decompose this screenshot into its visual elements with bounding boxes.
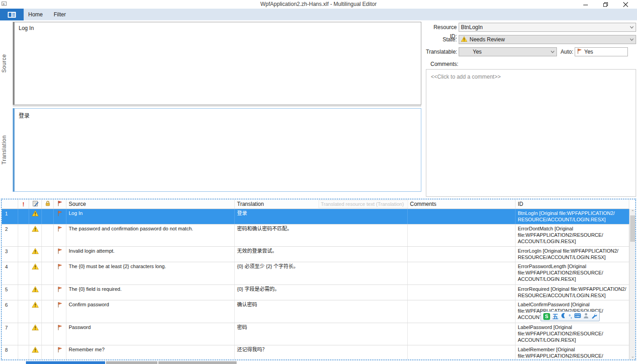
- minimize-button[interactable]: [578, 0, 593, 9]
- tab-messages[interactable]: Messages: [106, 361, 157, 364]
- warning-cell[interactable]: [29, 224, 42, 246]
- translation-textbox[interactable]: 登录: [13, 108, 421, 192]
- translatable-combobox[interactable]: Yes: [459, 47, 557, 56]
- flag-cell[interactable]: [54, 323, 66, 345]
- row-number[interactable]: 4: [2, 262, 18, 284]
- id-cell[interactable]: ErrorRequired [Original file:WPFAPPLICAT…: [516, 285, 629, 300]
- translation-cell[interactable]: 密码和确认密码不匹配。: [235, 224, 408, 246]
- translation-cell[interactable]: 无效的登录尝试。: [235, 247, 408, 262]
- table-row[interactable]: 3Invalid login attempt.无效的登录尝试。ErrorLogI…: [2, 247, 629, 262]
- error-cell[interactable]: [18, 209, 29, 224]
- keyboard-icon[interactable]: [574, 313, 581, 319]
- flag-cell[interactable]: [54, 285, 66, 300]
- ribbon-tab-filter[interactable]: Filter: [49, 9, 71, 20]
- error-cell[interactable]: [18, 285, 29, 300]
- column-header-source[interactable]: Source: [66, 199, 235, 209]
- id-cell[interactable]: LabelRemember [Original file:WPFAPPLICAT…: [516, 345, 629, 360]
- id-cell[interactable]: BtnLogIn [Original file:WPFAPPLICATION2/…: [516, 209, 629, 224]
- wubi-icon[interactable]: 五: [552, 314, 558, 319]
- lock-cell[interactable]: [42, 285, 54, 300]
- comments-cell[interactable]: [408, 323, 516, 345]
- flag-icon[interactable]: [57, 264, 62, 284]
- flag-cell[interactable]: [54, 262, 66, 284]
- auto-field[interactable]: Yes: [575, 47, 628, 56]
- ribbon-tab-home[interactable]: Home: [24, 9, 47, 20]
- resource-id-combobox[interactable]: BtnLogIn: [459, 23, 636, 32]
- warning-cell[interactable]: [29, 262, 42, 284]
- table-row[interactable]: 7Password密码LabelPassword [Original file:…: [2, 323, 629, 345]
- id-cell[interactable]: ErrorPasswordLength [Original file:WPFAP…: [516, 262, 629, 284]
- comments-cell[interactable]: [408, 262, 516, 284]
- row-number[interactable]: 6: [2, 300, 18, 323]
- comments-textbox[interactable]: <<Click to add a comment>>: [426, 69, 636, 197]
- row-number[interactable]: 7: [2, 323, 18, 345]
- comments-cell[interactable]: [408, 224, 516, 246]
- scroll-up-icon[interactable]: ⌃: [630, 209, 636, 215]
- tab-strings[interactable]: Strings: [26, 361, 105, 364]
- source-cell[interactable]: The {0} must be at least {2} characters …: [66, 262, 235, 284]
- error-cell[interactable]: [18, 224, 29, 246]
- row-number[interactable]: 8: [2, 345, 18, 360]
- flag-cell[interactable]: [54, 209, 66, 224]
- restore-button[interactable]: [598, 0, 613, 9]
- row-number[interactable]: 3: [2, 247, 18, 262]
- scroll-down-icon[interactable]: ⌄: [630, 354, 636, 359]
- column-header-flag[interactable]: [54, 199, 66, 209]
- flag-icon[interactable]: [57, 248, 62, 261]
- translation-cell[interactable]: 登录: [235, 209, 408, 224]
- error-cell[interactable]: [18, 262, 29, 284]
- close-button[interactable]: [618, 0, 633, 9]
- column-header-comments[interactable]: Comments: [408, 199, 516, 209]
- error-cell[interactable]: [18, 345, 29, 360]
- translation-cell[interactable]: {0} 必须至少 {2} 个字符长。: [235, 262, 408, 284]
- source-cell[interactable]: Password: [66, 323, 235, 345]
- lock-cell[interactable]: [42, 224, 54, 246]
- translation-filter-watermark[interactable]: Translated resource text (Translation): [318, 200, 408, 208]
- flag-icon[interactable]: [57, 226, 62, 245]
- warning-cell[interactable]: [29, 247, 42, 262]
- source-cell[interactable]: The password and confirmation password d…: [66, 224, 235, 246]
- comments-cell[interactable]: [408, 285, 516, 300]
- flag-cell[interactable]: [54, 247, 66, 262]
- lock-cell[interactable]: [42, 345, 54, 360]
- pane-splitter[interactable]: [13, 105, 421, 106]
- punctuation-icon[interactable]: °,: [569, 314, 572, 319]
- table-row[interactable]: 5The {0} field is required.{0} 字段是必需的。Er…: [2, 285, 629, 300]
- table-row[interactable]: 4The {0} must be at least {2} characters…: [2, 262, 629, 285]
- id-cell[interactable]: ErrorDontMatch [Original file:WPFAPPLICA…: [516, 224, 629, 246]
- warning-cell[interactable]: [29, 345, 42, 360]
- id-cell[interactable]: LabelPassword [Original file:WPFAPPLICAT…: [516, 323, 629, 345]
- file-menu-button[interactable]: [0, 9, 24, 20]
- translation-cell[interactable]: 确认密码: [235, 300, 408, 323]
- source-cell[interactable]: The {0} field is required.: [66, 285, 235, 300]
- flag-icon[interactable]: [57, 286, 62, 299]
- lock-cell[interactable]: [42, 300, 54, 323]
- person-icon[interactable]: [583, 313, 589, 320]
- flag-cell[interactable]: [54, 345, 66, 360]
- state-combobox[interactable]: Needs Review: [459, 35, 636, 44]
- warning-cell[interactable]: [29, 300, 42, 323]
- translation-cell[interactable]: 密码: [235, 323, 408, 345]
- column-header-edit[interactable]: [29, 199, 42, 209]
- id-cell[interactable]: ErrorLogIn [Original file:WPFAPPLICATION…: [516, 247, 629, 262]
- comments-cell[interactable]: [408, 300, 516, 323]
- moon-icon[interactable]: [561, 313, 566, 320]
- lock-cell[interactable]: [42, 262, 54, 284]
- flag-icon[interactable]: [57, 324, 62, 344]
- sogou-logo-icon[interactable]: S: [543, 313, 550, 320]
- table-row[interactable]: 2The password and confirmation password …: [2, 224, 629, 247]
- flag-icon[interactable]: [57, 302, 62, 322]
- table-row[interactable]: 8Remember me?还记得我吗？LabelRemember [Origin…: [2, 345, 629, 360]
- source-cell[interactable]: Log In: [66, 209, 235, 224]
- flag-icon[interactable]: [57, 210, 62, 223]
- comments-cell[interactable]: [408, 209, 516, 224]
- table-row[interactable]: 6Confirm password确认密码LabelConfirmPasswor…: [2, 300, 629, 323]
- warning-cell[interactable]: [29, 285, 42, 300]
- source-textbox[interactable]: Log In: [13, 22, 421, 105]
- error-cell[interactable]: [18, 300, 29, 323]
- comments-cell[interactable]: [408, 247, 516, 262]
- error-cell[interactable]: [18, 247, 29, 262]
- table-row[interactable]: 1Log In登录BtnLogIn [Original file:WPFAPPL…: [2, 209, 629, 224]
- error-cell[interactable]: [18, 323, 29, 345]
- grid-vertical-scrollbar[interactable]: ⌃ ⌄: [629, 209, 635, 359]
